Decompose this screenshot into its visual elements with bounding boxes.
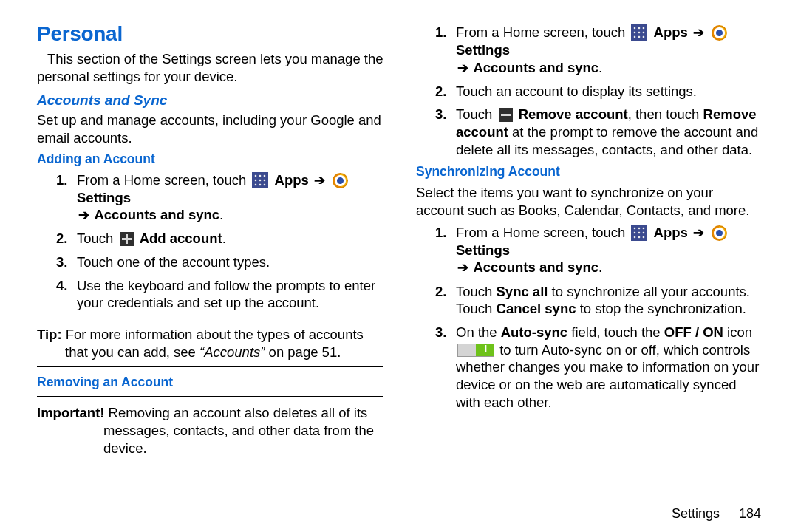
period: . xyxy=(598,259,602,275)
removing-step-1: From a Home screen, touch Apps ➔ Setting… xyxy=(440,24,763,77)
settings-label: Settings xyxy=(456,242,510,258)
then-text: , then touch xyxy=(628,106,703,122)
sync-step-2: Touch Sync all to synchronize all your a… xyxy=(440,283,763,318)
sync-desc: Select the items you want to synchronize… xyxy=(416,184,763,219)
add-account-label: Add account xyxy=(140,231,222,246)
tip-block: Tip: For more information about the type… xyxy=(37,326,383,361)
adding-steps: From a Home screen, touch Apps ➔ Setting… xyxy=(37,171,383,312)
text: On the xyxy=(456,324,501,340)
accounts-sync-desc: Set up and manage accounts, including yo… xyxy=(37,112,383,146)
accounts-sync-label: Accounts and sync xyxy=(470,259,598,275)
text: Touch xyxy=(456,106,497,122)
apps-label: Apps xyxy=(654,24,688,40)
divider xyxy=(37,463,383,463)
page-title: Personal xyxy=(37,22,383,46)
cancel-sync-label: Cancel sync xyxy=(497,301,576,316)
important-block: Important! Removing an account also dele… xyxy=(37,404,383,457)
remove-account-label: Remove account xyxy=(519,106,628,122)
sync-all-label: Sync all xyxy=(497,284,548,299)
section-accounts-sync: Accounts and Sync xyxy=(37,92,383,109)
arrow-right-icon: ➔ xyxy=(692,225,706,242)
sync-steps: From a Home screen, touch Apps ➔ Setting… xyxy=(416,224,763,411)
text: to stop the synchronization. xyxy=(576,301,746,316)
adding-step-2: Touch Add account. xyxy=(61,230,383,248)
removing-steps: From a Home screen, touch Apps ➔ Setting… xyxy=(416,24,763,158)
off-on-label: OFF / ON xyxy=(664,324,723,340)
text: field, touch the xyxy=(567,324,664,340)
apps-label: Apps xyxy=(654,225,688,240)
apps-icon xyxy=(252,172,268,188)
tip-lead: Tip: xyxy=(37,327,66,342)
removing-step-3: Touch Remove account, then touch Remove … xyxy=(440,106,763,158)
heading-adding-account: Adding an Account xyxy=(37,151,383,167)
text: Touch xyxy=(77,231,117,246)
apps-icon xyxy=(631,24,647,41)
settings-label: Settings xyxy=(77,190,131,205)
important-text: Removing an account also deletes all of … xyxy=(103,405,374,455)
tip-text-b: on page 51. xyxy=(265,344,341,360)
apps-icon xyxy=(631,225,647,241)
adding-step-4: Use the keyboard and follow the prompts … xyxy=(61,277,383,312)
plus-icon xyxy=(120,232,134,246)
heading-removing-account: Removing an Account xyxy=(37,375,383,390)
text: From a Home screen, touch xyxy=(456,24,629,40)
settings-icon xyxy=(712,225,727,241)
removing-step-2: Touch an account to display its settings… xyxy=(440,83,763,100)
important-lead: Important! xyxy=(37,405,109,420)
auto-sync-label: Auto-sync xyxy=(501,324,567,340)
sync-step-3: On the Auto-sync field, touch the OFF / … xyxy=(440,324,763,411)
apps-label: Apps xyxy=(275,172,309,188)
footer-page: 184 xyxy=(739,506,761,521)
minus-icon xyxy=(499,108,513,122)
arrow-right-icon: ➔ xyxy=(313,172,327,189)
arrow-right-icon: ➔ xyxy=(456,60,470,77)
page-footer: Settings184 xyxy=(672,506,761,522)
settings-icon xyxy=(332,173,348,188)
text: From a Home screen, touch xyxy=(456,225,629,240)
divider xyxy=(37,396,383,397)
period: . xyxy=(219,207,223,222)
divider xyxy=(37,318,383,318)
tip-ref: “Accounts” xyxy=(200,344,265,360)
settings-label: Settings xyxy=(456,42,510,58)
text: From a Home screen, touch xyxy=(77,172,250,188)
footer-label: Settings xyxy=(672,506,720,521)
arrow-right-icon: ➔ xyxy=(77,207,91,224)
text: icon xyxy=(723,324,752,340)
sync-step-1: From a Home screen, touch Apps ➔ Setting… xyxy=(440,224,763,277)
adding-step-3: Touch one of the account types. xyxy=(61,253,383,271)
period: . xyxy=(222,231,226,246)
accounts-sync-label: Accounts and sync xyxy=(470,60,598,75)
text: Touch xyxy=(456,284,497,299)
toggle-on-icon xyxy=(457,344,494,357)
heading-synchronizing-account: Synchronizing Account xyxy=(416,164,763,180)
period: . xyxy=(598,60,602,75)
intro-text: This section of the Settings screen lets… xyxy=(37,50,383,85)
arrow-right-icon: ➔ xyxy=(456,259,470,276)
adding-step-1: From a Home screen, touch Apps ➔ Setting… xyxy=(61,171,383,225)
settings-icon xyxy=(712,25,727,41)
divider xyxy=(37,366,383,367)
arrow-right-icon: ➔ xyxy=(692,24,706,41)
text: to turn Auto-sync on or off, which contr… xyxy=(456,342,759,410)
accounts-sync-label: Accounts and sync xyxy=(91,207,219,222)
